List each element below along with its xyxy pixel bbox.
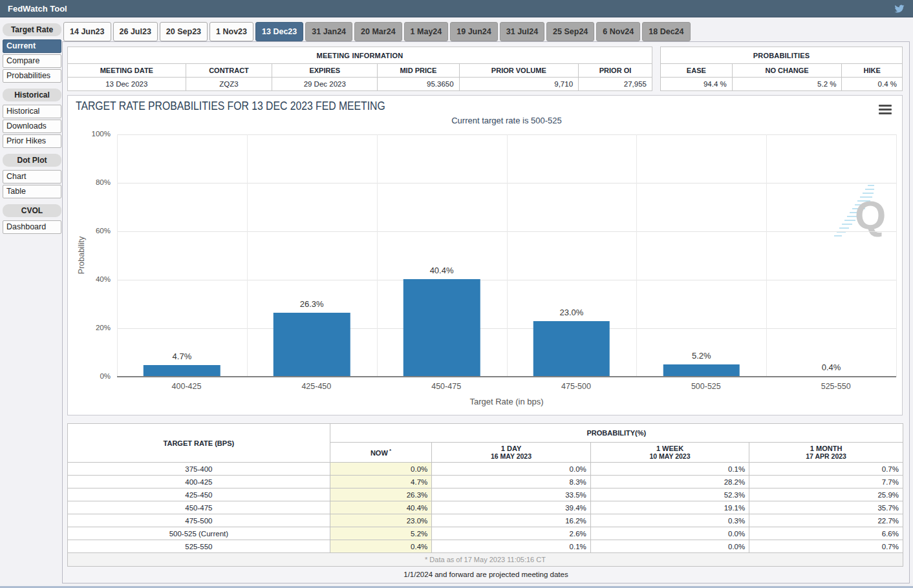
prob-value-cell: 2.6%: [432, 527, 590, 540]
sidebar-item-chart[interactable]: Chart: [3, 170, 61, 184]
column-header-1-month: 1 MONTH17 APR 2023: [749, 443, 903, 463]
bar-400-425[interactable]: [144, 365, 220, 377]
sidebar-item-downloads[interactable]: Downloads: [3, 120, 61, 133]
rate-cell: 375-400: [68, 463, 330, 476]
sidebar-item-probabilities[interactable]: Probabilities: [3, 69, 61, 83]
app-header: FedWatch Tool: [0, 0, 913, 17]
tab-13-dec23[interactable]: 13 Dec23: [255, 22, 303, 41]
prob-value-cell: 0.1%: [590, 463, 749, 476]
prob-value-cell: 0.4%: [330, 540, 432, 553]
prob-value-cell: 19.1%: [590, 501, 749, 514]
table-row-375-400: 375-4000.0%0.0%0.1%0.7%: [68, 463, 903, 476]
probability-history-table: TARGET RATE (BPS)PROBABILITY(%)NOW *1 DA…: [67, 423, 903, 567]
bar-value-label: 4.7%: [117, 352, 247, 361]
meeting-info-value-meeting-date: 13 Dec 2023: [68, 78, 186, 91]
prob-value-cell: 0.0%: [330, 463, 432, 476]
prob-summary-value-ease: 94.4 %: [661, 78, 733, 91]
rate-cell: 450-475: [68, 501, 330, 514]
x-tick-label: 450-475: [377, 382, 516, 392]
y-tick-label: 60%: [68, 227, 111, 235]
prob-value-cell: 23.0%: [330, 514, 432, 527]
bar-425-450[interactable]: [274, 313, 350, 377]
sidebar-item-current[interactable]: Current: [3, 39, 61, 53]
sidebar-group-cvol: CVOL: [3, 204, 61, 217]
tab-20-mar24[interactable]: 20 Mar24: [354, 22, 402, 41]
sidebar-group-dot-plot: Dot Plot: [3, 154, 61, 167]
table-row-475-500: 475-50023.0%16.2%0.3%22.7%: [68, 514, 903, 527]
bar-category-525-550: 0.4%: [766, 134, 896, 377]
prob-value-cell: 4.7%: [330, 476, 432, 488]
prob-summary-header-hike: HIKE: [842, 64, 903, 78]
y-axis-title: Probability: [77, 236, 86, 274]
rate-cell: 500-525 (Current): [68, 527, 330, 540]
rate-cell: 425-450: [68, 488, 330, 501]
x-tick-label: 500-525: [636, 382, 775, 392]
bar-475-500[interactable]: [533, 321, 610, 377]
sidebar-group-historical: Historical: [3, 89, 61, 101]
tab-26-jul23[interactable]: 26 Jul23: [113, 22, 158, 41]
rate-cell: 475-500: [68, 514, 330, 527]
meeting-info-header-mid-price: MID PRICE: [378, 64, 460, 78]
meeting-information-table: MEETING INFORMATIONMEETING DATECONTRACTE…: [67, 47, 652, 91]
sidebar-item-table[interactable]: Table: [3, 185, 61, 198]
data-as-of-footnote: * Data as of 17 May 2023 11:05:16 CT: [68, 553, 903, 567]
table-row-425-450: 425-45026.3%33.5%52.3%25.9%: [68, 488, 903, 501]
prob-value-cell: 0.0%: [432, 463, 590, 476]
sidebar-group-target-rate: Target Rate: [3, 23, 61, 36]
tab-1-may24[interactable]: 1 May24: [404, 22, 449, 41]
chart-panel: TARGET RATE PROBABILITIES FOR 13 DEC 202…: [67, 95, 903, 415]
twitter-icon[interactable]: [894, 4, 905, 14]
bar-500-525[interactable]: [663, 364, 739, 377]
tab-6-nov24[interactable]: 6 Nov24: [596, 22, 640, 41]
x-tick-label: 525-550: [766, 382, 905, 392]
tab-18-dec24[interactable]: 18 Dec24: [642, 22, 690, 41]
tab-14-jun23[interactable]: 14 Jun23: [63, 22, 111, 41]
projected-dates-note: 1/1/2024 and forward are projected meeti…: [63, 571, 909, 578]
table-row-450-475: 450-47540.4%39.4%19.1%35.7%: [68, 501, 903, 514]
bar-category-425-450: 26.3%: [247, 134, 377, 377]
sidebar: Target RateCurrentCompareProbabilitiesHi…: [3, 23, 61, 235]
tab-31-jul24[interactable]: 31 Jul24: [500, 22, 544, 41]
bar-value-label: 5.2%: [636, 351, 766, 361]
prob-summary-header-no-change: NO CHANGE: [732, 64, 842, 78]
sidebar-item-compare[interactable]: Compare: [3, 54, 61, 68]
bar-value-label: 23.0%: [507, 308, 637, 317]
prob-value-cell: 40.4%: [330, 501, 432, 514]
y-tick-label: 20%: [68, 324, 111, 331]
x-axis-title: Target Rate (in bps): [117, 397, 896, 406]
sidebar-item-prior-hikes[interactable]: Prior Hikes: [3, 134, 61, 148]
rate-cell: 525-550: [68, 540, 330, 553]
y-tick-label: 0%: [68, 372, 111, 380]
prob-value-cell: 25.9%: [749, 488, 903, 501]
sidebar-item-dashboard[interactable]: Dashboard: [3, 220, 61, 234]
rate-cell: 400-425: [68, 476, 330, 488]
plot-area: Q 4.7%26.3%40.4%23.0%5.2%0.4%: [117, 134, 896, 377]
x-tick-label: 425-450: [247, 382, 386, 392]
bar-category-475-500: 23.0%: [507, 134, 637, 377]
tab-19-jun24[interactable]: 19 Jun24: [450, 22, 498, 41]
meeting-info-header-contract: CONTRACT: [186, 64, 272, 78]
bar-450-475[interactable]: [403, 279, 480, 377]
x-tick-label: 400-425: [117, 382, 256, 392]
tab-25-sep24[interactable]: 25 Sep24: [546, 22, 594, 41]
meeting-info-header-prior-volume: PRIOR VOLUME: [459, 64, 578, 78]
prob-value-cell: 0.7%: [749, 463, 903, 476]
bar-value-label: 40.4%: [377, 266, 507, 275]
column-header-now: NOW *: [330, 443, 432, 463]
tab-20-sep23[interactable]: 20 Sep23: [160, 22, 208, 41]
meeting-info-value-mid-price: 95.3650: [378, 78, 460, 91]
prob-value-cell: 28.2%: [590, 476, 749, 488]
sidebar-item-historical[interactable]: Historical: [3, 105, 61, 118]
meeting-info-header-meeting-date: MEETING DATE: [68, 64, 186, 78]
table-row-500-525-current: 500-525 (Current)5.2%2.6%0.0%6.6%: [68, 527, 903, 540]
prob-value-cell: 7.7%: [749, 476, 903, 488]
tab-1-nov23[interactable]: 1 Nov23: [209, 22, 253, 41]
y-tick-label: 80%: [68, 178, 111, 186]
prob-value-cell: 22.7%: [749, 514, 903, 527]
chart-menu-icon[interactable]: [879, 105, 892, 114]
prob-value-cell: 6.6%: [749, 527, 903, 540]
meeting-info-value-prior-volume: 9,710: [459, 78, 578, 91]
prob-value-cell: 0.7%: [749, 540, 903, 553]
tab-31-jan24[interactable]: 31 Jan24: [305, 22, 352, 41]
bar-value-label: 26.3%: [247, 299, 377, 309]
